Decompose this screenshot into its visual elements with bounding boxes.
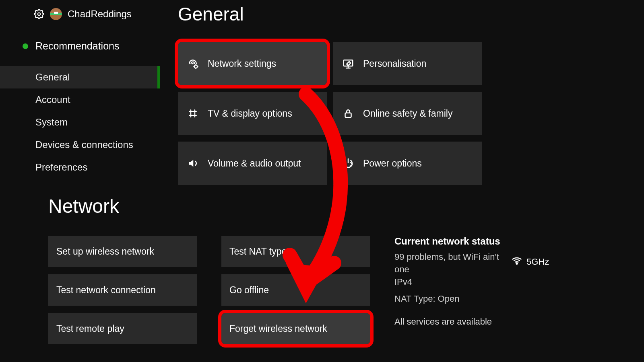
wifi-icon: [511, 255, 522, 269]
sidebar-recommendations[interactable]: Recommendations: [0, 31, 160, 61]
tile-test-nat[interactable]: Test NAT type: [221, 236, 370, 267]
username: ChadReddings: [68, 8, 132, 20]
settings-sidebar: ChadReddings Recommendations General Acc…: [0, 0, 160, 187]
sidebar-item-preferences[interactable]: Preferences: [0, 156, 160, 179]
sidebar-item-general[interactable]: General: [0, 66, 160, 88]
sidebar-item-label: Devices & connections: [35, 139, 133, 150]
svg-point-7: [194, 115, 196, 116]
wifi-band-badge: 5GHz: [511, 255, 549, 269]
network-status-panel: Current network status 99 problems, but …: [394, 236, 596, 344]
tile-tv-display[interactable]: TV & display options: [178, 92, 327, 135]
status-dot-icon: [23, 43, 28, 49]
tile-label: Test network connection: [56, 285, 156, 296]
tile-power[interactable]: Power options: [333, 142, 482, 185]
divider: [14, 61, 145, 61]
sidebar-item-label: Preferences: [35, 162, 87, 173]
page-title-network: Network: [48, 195, 596, 217]
tile-go-offline[interactable]: Go offline: [221, 274, 370, 306]
tile-label: Power options: [363, 158, 422, 169]
status-title: Current network status: [394, 236, 596, 247]
svg-point-0: [38, 13, 41, 16]
tile-label: Network settings: [208, 58, 276, 69]
tile-test-remote-play[interactable]: Test remote play: [48, 313, 197, 344]
tile-network-settings[interactable]: Network settings: [178, 42, 327, 85]
svg-point-9: [516, 263, 518, 264]
status-nat: NAT Type: Open: [394, 293, 499, 305]
personalisation-icon: [342, 58, 354, 70]
sidebar-item-system[interactable]: System: [0, 111, 160, 134]
tv-display-icon: [187, 107, 199, 119]
wifi-band-label: 5GHz: [526, 257, 549, 267]
status-services: All services are available: [394, 317, 596, 327]
svg-point-5: [194, 111, 196, 112]
svg-point-4: [190, 111, 192, 112]
profile-row[interactable]: ChadReddings: [0, 4, 160, 31]
volume-icon: [187, 157, 199, 169]
power-icon: [342, 157, 354, 169]
gear-icon: [34, 9, 44, 19]
tile-label: Go offline: [229, 285, 269, 296]
sidebar-item-devices[interactable]: Devices & connections: [0, 134, 160, 156]
tile-test-connection[interactable]: Test network connection: [48, 274, 197, 306]
lock-icon: [342, 107, 354, 119]
sidebar-item-label: System: [35, 117, 68, 128]
svg-point-1: [192, 63, 194, 64]
svg-point-6: [190, 115, 192, 116]
network-settings-icon: [187, 58, 199, 70]
tile-setup-wireless[interactable]: Set up wireless network: [48, 236, 197, 267]
page-title-general: General: [178, 3, 644, 25]
tile-label: Forget wireless network: [229, 323, 327, 334]
tile-label: Volume & audio output: [208, 158, 301, 169]
recommendations-label: Recommendations: [35, 40, 119, 52]
tile-label: Personalisation: [363, 58, 426, 69]
sidebar-item-label: Account: [35, 94, 70, 105]
tile-label: TV & display options: [208, 108, 292, 119]
tile-label: Test remote play: [56, 323, 124, 334]
avatar: [50, 8, 62, 20]
sidebar-item-account[interactable]: Account: [0, 88, 160, 111]
status-ssid: 99 problems, but WiFi ain't one: [394, 251, 499, 276]
tile-forget-wireless[interactable]: Forget wireless network: [221, 313, 370, 344]
tile-online-safety[interactable]: Online safety & family: [333, 92, 482, 135]
general-tile-grid: Network settings Personalisation TV & di…: [178, 42, 644, 185]
sidebar-item-label: General: [35, 72, 70, 82]
status-ip: IPv4: [394, 276, 499, 288]
tile-label: Online safety & family: [363, 108, 452, 119]
tile-label: Test NAT type: [229, 246, 287, 257]
tile-volume[interactable]: Volume & audio output: [178, 142, 327, 185]
tile-personalisation[interactable]: Personalisation: [333, 42, 482, 85]
tile-label: Set up wireless network: [56, 246, 154, 257]
svg-rect-8: [345, 113, 351, 117]
